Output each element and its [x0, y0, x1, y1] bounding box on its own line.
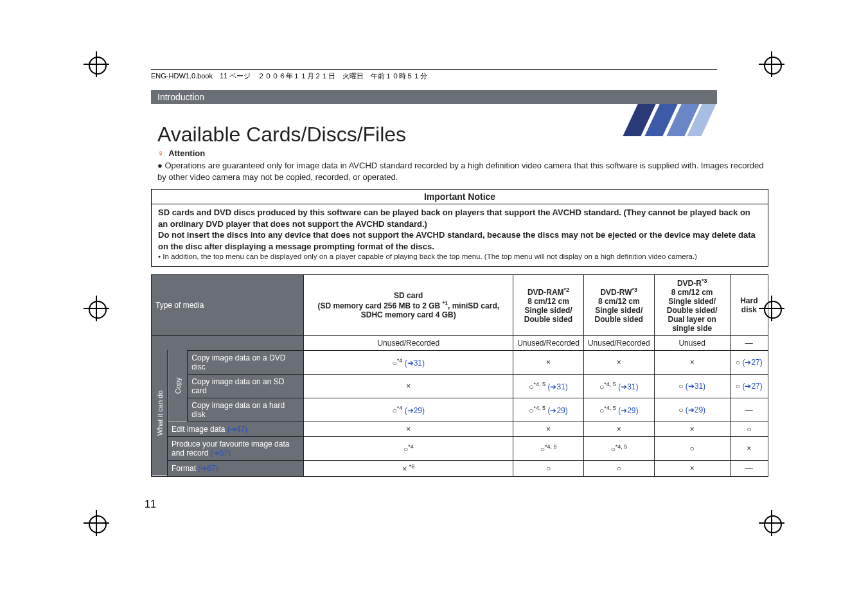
cell: ○ [513, 460, 584, 476]
cell: ○*4 (➔31) [304, 350, 513, 374]
cell: ○*4, 5 (➔29) [513, 398, 584, 422]
notice-line-2: Do not insert the discs into any device … [158, 229, 761, 252]
attention-body: Operations are guaranteed only for image… [157, 161, 763, 182]
cell: ○ (➔29) [654, 398, 730, 422]
lightbulb-icon: ♀ [157, 148, 164, 158]
page-title: Available Cards/Discs/Files [157, 123, 406, 147]
cell: ○*4, 5 [513, 436, 584, 460]
registration-mark-icon [84, 51, 109, 77]
compatibility-table: Type of media SD card(SD memory card 256… [151, 274, 768, 477]
cell: ○*4 (➔29) [304, 398, 513, 422]
cell: × [304, 374, 513, 398]
row-edit: Edit image data (➔47) [168, 422, 304, 436]
cell: × [583, 422, 654, 436]
cell: ○ [654, 436, 730, 460]
type-of-media-header: Type of media [152, 274, 304, 335]
registration-mark-icon [759, 51, 784, 77]
cell: ○*4, 5 (➔31) [583, 374, 654, 398]
attention-label: Attention [168, 148, 205, 158]
notice-line-1: SD cards and DVD discs produced by this … [158, 207, 761, 229]
state-r: Unused [654, 335, 730, 350]
row-produce: Produce your favourite image data and re… [168, 436, 304, 460]
registration-mark-icon [84, 296, 109, 321]
cell: — [730, 398, 768, 422]
cell: — [730, 460, 768, 476]
cell: ○*4 [304, 436, 513, 460]
group-copy: Copy [168, 350, 188, 422]
row-copy-dvd: Copy image data on a DVD disc [188, 350, 304, 374]
cell: ○ [583, 460, 654, 476]
row-format: Format (➔67) [168, 460, 304, 476]
running-header: ENG-HDW1.0.book 11 ページ ２００６年１１月２１日 火曜日 午… [151, 69, 717, 81]
notice-title: Important Notice [152, 190, 768, 204]
cell: ○ (➔27) [730, 374, 768, 398]
cell: × [654, 350, 730, 374]
col-dvd-rw: DVD-RW*38 cm/12 cmSingle sided/Double si… [583, 274, 654, 335]
section-banner: Introduction [151, 90, 717, 104]
cell: × [654, 422, 730, 436]
decorative-stripes-icon [630, 104, 740, 136]
cell: × [513, 422, 584, 436]
important-notice-box: Important Notice SD cards and DVD discs … [151, 189, 768, 267]
registration-mark-icon [84, 510, 109, 536]
cell: ○*4, 5 (➔31) [513, 374, 584, 398]
registration-mark-icon [759, 510, 784, 536]
notice-footnote: In addition, the top menu can be display… [163, 253, 697, 260]
cell: × [730, 436, 768, 460]
group-what-it-can-do: What it can do [152, 350, 168, 476]
state-sd: Unused/Recorded [304, 335, 513, 350]
state-hdd: — [730, 335, 768, 350]
cell: ○*4, 5 [583, 436, 654, 460]
state-ram: Unused/Recorded [513, 335, 584, 350]
page-number: 11 [145, 499, 156, 510]
cell: × *6 [304, 460, 513, 476]
row-copy-hdd: Copy image data on a hard disk [188, 398, 304, 422]
state-rw: Unused/Recorded [583, 335, 654, 350]
row-copy-sd: Copy image data on an SD card [188, 374, 304, 398]
col-dvd-ram: DVD-RAM*28 cm/12 cmSingle sided/Double s… [513, 274, 584, 335]
col-sd-card: SD card(SD memory card 256 MB to 2 GB *1… [304, 274, 513, 335]
cell: ○ [730, 422, 768, 436]
cell: ○ (➔27) [730, 350, 768, 374]
cell: × [513, 350, 584, 374]
col-hard-disk: Hard disk [730, 274, 768, 335]
cell: ○*4, 5 (➔29) [583, 398, 654, 422]
col-dvd-r: DVD-R*38 cm/12 cmSingle sided/Double sid… [654, 274, 730, 335]
cell: × [583, 350, 654, 374]
cell: × [654, 460, 730, 476]
cell: ○ (➔31) [654, 374, 730, 398]
cell: × [304, 422, 513, 436]
